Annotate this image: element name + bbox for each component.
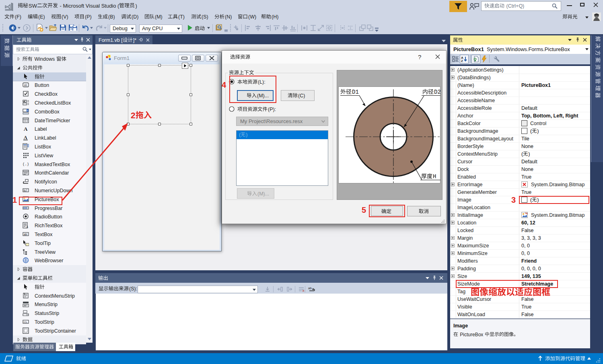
- svg-text:A: A: [26, 225, 28, 228]
- svg-text:(.).: (.).: [23, 162, 29, 167]
- svg-text:ab: ab: [308, 286, 312, 290]
- svg-text:A: A: [24, 126, 28, 132]
- svg-text:12: 12: [24, 189, 27, 192]
- svg-text:IOL: IOL: [24, 321, 28, 323]
- svg-text:Z: Z: [461, 59, 463, 62]
- svg-text:abl: abl: [24, 233, 27, 236]
- svg-text:A: A: [24, 135, 27, 140]
- svg-text:ab: ab: [24, 84, 27, 86]
